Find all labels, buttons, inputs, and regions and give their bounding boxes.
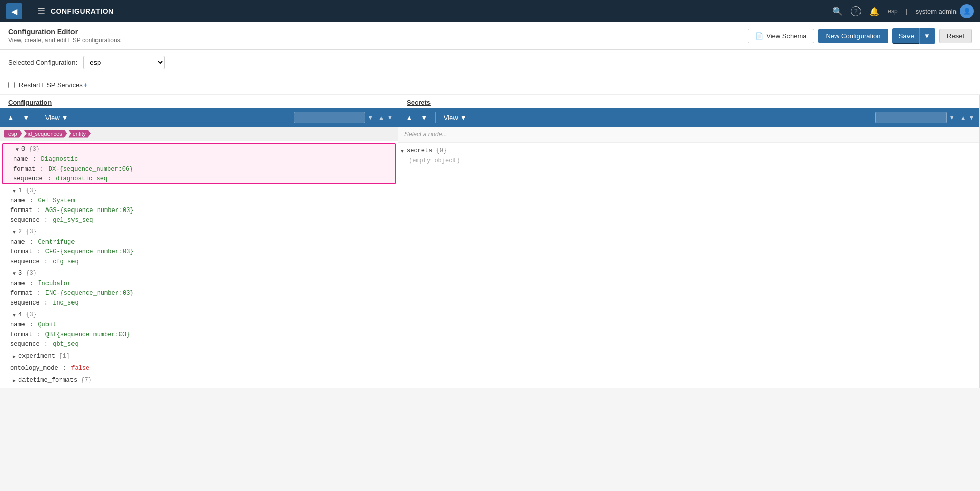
view-label: View [45,114,60,122]
panels-wrapper: Configuration ▲ ▼ View ▼ ▼ ▲ ▼ esp id_s [0,95,980,388]
secrets-tree-toolbar: ▲ ▼ View ▼ ▼ ▲ ▼ [398,108,979,127]
view-schema-button[interactable]: 📄 View Schema [748,29,814,43]
toggle-4[interactable]: ▼ [10,311,18,319]
breadcrumb-esp[interactable]: esp [4,130,22,138]
view-menu-button[interactable]: View ▼ [41,112,73,124]
tree-row-datetime[interactable]: ► datetime_formats {7} [0,375,398,385]
restart-checkbox[interactable] [8,82,15,88]
tree-row-ontology[interactable]: ontology_mode : false [0,363,398,373]
nav-icons: 🔍 ? 🔔 esp | system admin 👤 [832,4,974,18]
tree-row-2-name[interactable]: name : Centrifuge [0,237,398,247]
view-dropdown-icon: ▼ [62,114,68,122]
tree-node-ontology: ontology_mode : false [0,362,398,374]
save-dropdown-button[interactable]: ▼ [919,28,935,44]
secrets-title-link[interactable]: Secrets [407,99,431,106]
tree-row-3[interactable]: ▼ 3 {3} [0,268,398,278]
tree-row-2-format[interactable]: format : CFG-{sequence_number:03} [0,247,398,256]
save-button[interactable]: Save [892,28,919,44]
restart-label[interactable]: Restart ESP Services+ [19,81,87,89]
tree-node-4: ▼ 4 {3} name : Qubit format : QBT{sequen… [0,309,398,350]
breadcrumb-entity[interactable]: entity [68,130,91,138]
tree-row-0-sequence[interactable]: sequence : diagnostic_seq [3,174,395,183]
nav-separator: | [906,8,907,15]
tree-row-3-name[interactable]: name : Incubator [0,278,398,288]
tree-row-0[interactable]: ▼ 0 {3} [3,144,395,154]
tree-row-4-sequence[interactable]: sequence : qbt_seq [0,339,398,349]
tree-row-1[interactable]: ▼ 1 {3} [0,185,398,196]
tree-row-2[interactable]: ▼ 2 {3} [0,227,398,237]
tree-row-4-format[interactable]: format : QBT{sequence_number:03} [0,330,398,339]
toolbar-separator [37,112,37,123]
secrets-search-next-button[interactable]: ▼ [968,113,975,122]
search-nav-buttons: ▲ ▼ [377,113,394,122]
move-up-button[interactable]: ▲ [4,111,17,124]
toggle-secrets[interactable]: ▼ [398,147,407,155]
secrets-search-nav-buttons: ▲ ▼ [959,113,975,122]
search-icon[interactable]: 🔍 [832,7,843,16]
breadcrumb-id-sequences[interactable]: id_sequences [23,130,67,138]
config-bar: Selected Configuration: esp default cust… [0,50,980,76]
config-tree-content: ▼ 0 {3} name : Diagnostic format : DX-{s… [0,141,398,388]
toggle-experiment[interactable]: ► [10,352,18,360]
user-avatar: 👤 [960,4,974,18]
secrets-view-dropdown-icon: ▼ [460,114,467,122]
tree-node-secrets: ▼ secrets {0} (empty object) [398,145,979,167]
tree-row-4-name[interactable]: name : Qubit [0,320,398,330]
reset-button[interactable]: Reset [939,29,972,43]
secrets-search-input[interactable] [875,112,947,123]
toggle-2[interactable]: ▼ [10,228,18,236]
configuration-panel-title: Configuration [0,95,398,108]
admin-label: system admin [916,8,957,15]
config-label: Selected Configuration: [8,59,77,66]
secrets-panel-title: Secrets [398,95,979,108]
config-tree-toolbar: ▲ ▼ View ▼ ▼ ▲ ▼ [0,108,398,127]
tree-row-2-sequence[interactable]: sequence : cfg_seq [0,256,398,266]
nav-divider [30,5,30,17]
hamburger-icon[interactable]: ☰ [37,6,45,17]
breadcrumb-bar: esp id_sequences entity [0,127,398,141]
secrets-toolbar-separator [435,112,436,123]
back-button[interactable]: ◀ [6,3,22,19]
save-button-group: Save ▼ [892,28,935,44]
sub-header: Configuration Editor View, create, and e… [0,22,980,50]
selected-node-group: ▼ 0 {3} name : Diagnostic format : DX-{s… [2,143,396,184]
tree-row-3-sequence[interactable]: sequence : inc_seq [0,298,398,308]
tree-row-0-name[interactable]: name : Diagnostic [3,154,395,164]
secrets-move-down-button[interactable]: ▼ [418,111,431,124]
search-next-button[interactable]: ▼ [386,113,394,122]
search-filter-icon[interactable]: ▼ [367,114,373,121]
toggle-0[interactable]: ▼ [13,145,21,153]
page-title: CONFIGURATION [51,7,827,15]
tree-row-0-format[interactable]: format : DX-{sequence_number:06} [3,164,395,174]
sub-header-left: Configuration Editor View, create, and e… [8,28,121,44]
tree-row-1-format[interactable]: format : AGS-{sequence_number:03} [0,205,398,215]
config-select[interactable]: esp default custom [83,56,165,69]
secrets-move-up-button[interactable]: ▲ [402,111,416,124]
toggle-1[interactable]: ▼ [10,186,18,195]
tree-row-experiment[interactable]: ► experiment [1] [0,351,398,361]
tree-row-4[interactable]: ▼ 4 {3} [0,310,398,320]
user-info[interactable]: system admin 👤 [916,4,974,18]
help-icon[interactable]: ? [851,6,861,16]
secrets-view-menu-button[interactable]: View ▼ [440,112,471,124]
search-prev-button[interactable]: ▲ [377,113,385,122]
config-search-input[interactable] [294,112,365,123]
secrets-search-wrapper: ▼ [875,112,957,123]
restart-bar: Restart ESP Services+ [0,76,980,95]
new-configuration-button[interactable]: New Configuration [818,29,888,43]
tree-row-1-sequence[interactable]: sequence : gel_sys_seq [0,215,398,225]
configuration-panel: Configuration ▲ ▼ View ▼ ▼ ▲ ▼ esp id_s [0,95,398,388]
secrets-search-filter-icon[interactable]: ▼ [949,114,955,121]
toggle-datetime[interactable]: ► [10,376,18,384]
search-wrapper: ▼ [294,112,375,123]
configuration-title-link[interactable]: Configuration [8,99,52,106]
toggle-3[interactable]: ▼ [10,269,18,277]
tree-row-1-name[interactable]: name : Gel System [0,196,398,205]
secrets-search-prev-button[interactable]: ▲ [959,113,967,122]
tree-node-3: ▼ 3 {3} name : Incubator format : INC-{s… [0,267,398,309]
tree-row-3-format[interactable]: format : INC-{sequence_number:03} [0,288,398,298]
move-down-button[interactable]: ▼ [19,111,33,124]
tree-row-secrets[interactable]: ▼ secrets {0} [398,146,979,156]
back-icon: ◀ [11,7,17,16]
bell-icon[interactable]: 🔔 [869,7,879,16]
